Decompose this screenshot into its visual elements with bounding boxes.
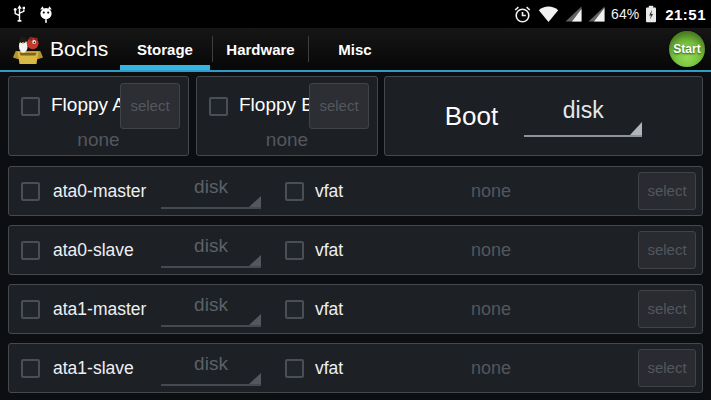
bochs-logo-icon bbox=[12, 33, 44, 65]
drive-select-button[interactable]: select bbox=[638, 172, 696, 210]
drive-enable-checkbox[interactable] bbox=[21, 182, 40, 201]
media-type-spinner[interactable]: disk bbox=[161, 353, 261, 386]
tab-bar: Storage Hardware Misc bbox=[118, 28, 401, 70]
media-type-value: disk bbox=[161, 235, 261, 257]
drive-name: ata0-slave bbox=[53, 226, 134, 274]
usb-icon bbox=[12, 5, 27, 24]
battery-charging-icon bbox=[645, 5, 657, 23]
boot-label: Boot bbox=[445, 101, 499, 132]
alarm-icon bbox=[513, 5, 532, 24]
dropdown-triangle-icon bbox=[249, 373, 261, 384]
status-bar-right: 64% 21:51 bbox=[513, 0, 706, 28]
drive-row-ata0-master: ata0-master disk vfat none select bbox=[8, 166, 703, 216]
dropdown-triangle-icon bbox=[249, 314, 261, 325]
floppy-b-panel: Floppy B select none bbox=[196, 76, 378, 156]
drive-enable-checkbox[interactable] bbox=[21, 359, 40, 378]
clock: 21:51 bbox=[663, 6, 706, 23]
vfat-label: vfat bbox=[315, 167, 343, 215]
floppy-b-select-button[interactable]: select bbox=[309, 83, 369, 129]
vfat-label: vfat bbox=[315, 344, 343, 392]
app-title: Bochs bbox=[50, 28, 108, 70]
drive-row-ata0-slave: ata0-slave disk vfat none select bbox=[8, 225, 703, 275]
tab-storage-label: Storage bbox=[137, 41, 193, 58]
spinner-underline bbox=[161, 266, 261, 268]
tab-hardware-label: Hardware bbox=[226, 41, 294, 58]
floppy-a-label: Floppy A bbox=[51, 94, 125, 116]
drive-select-button[interactable]: select bbox=[638, 349, 696, 387]
floppy-b-label: Floppy B bbox=[239, 94, 314, 116]
vfat-checkbox[interactable] bbox=[285, 300, 304, 319]
drive-image-value: none bbox=[401, 167, 581, 215]
floppy-a-panel: Floppy A select none bbox=[8, 76, 189, 156]
boot-device-spinner[interactable]: disk bbox=[524, 88, 642, 144]
signal-icon bbox=[588, 6, 605, 22]
media-type-spinner[interactable]: disk bbox=[161, 176, 261, 209]
drive-enable-checkbox[interactable] bbox=[21, 241, 40, 260]
bug-report-icon bbox=[38, 5, 54, 24]
dropdown-triangle-icon bbox=[249, 196, 261, 207]
status-bar-left bbox=[0, 5, 54, 24]
active-tab-underline bbox=[120, 65, 210, 70]
floppy-b-value: none bbox=[197, 129, 377, 151]
drive-name: ata1-slave bbox=[53, 344, 134, 392]
media-type-value: disk bbox=[161, 353, 261, 375]
floppy-a-value: none bbox=[9, 129, 188, 151]
start-button[interactable]: Start bbox=[669, 31, 705, 67]
drive-select-button[interactable]: select bbox=[638, 290, 696, 328]
spinner-underline bbox=[161, 384, 261, 386]
vfat-checkbox[interactable] bbox=[285, 241, 304, 260]
vfat-checkbox[interactable] bbox=[285, 359, 304, 378]
drive-image-value: none bbox=[401, 285, 581, 333]
drive-row-ata1-slave: ata1-slave disk vfat none select bbox=[8, 343, 703, 393]
action-bar: Bochs Storage Hardware Misc Start bbox=[0, 28, 711, 72]
tab-misc-label: Misc bbox=[338, 41, 371, 58]
tab-hardware[interactable]: Hardware bbox=[213, 28, 308, 70]
boot-panel: Boot disk bbox=[384, 76, 703, 156]
tab-storage[interactable]: Storage bbox=[118, 28, 212, 70]
battery-percent: 64% bbox=[611, 6, 639, 22]
signal-icon bbox=[565, 6, 582, 22]
floppy-a-checkbox[interactable] bbox=[21, 97, 40, 116]
drive-image-value: none bbox=[401, 226, 581, 274]
vfat-checkbox[interactable] bbox=[285, 182, 304, 201]
spinner-underline bbox=[161, 207, 261, 209]
drive-enable-checkbox[interactable] bbox=[21, 300, 40, 319]
dropdown-triangle-icon bbox=[630, 122, 642, 135]
tab-misc[interactable]: Misc bbox=[309, 28, 401, 70]
bochs-app-screen: 64% 21:51 Bochs Storage bbox=[0, 0, 711, 400]
vfat-label: vfat bbox=[315, 285, 343, 333]
media-type-value: disk bbox=[161, 176, 261, 198]
media-type-spinner[interactable]: disk bbox=[161, 235, 261, 268]
drive-row-ata1-master: ata1-master disk vfat none select bbox=[8, 284, 703, 334]
media-type-value: disk bbox=[161, 294, 261, 316]
drive-name: ata1-master bbox=[53, 285, 146, 333]
floppy-b-checkbox[interactable] bbox=[209, 97, 228, 116]
drive-select-button[interactable]: select bbox=[638, 231, 696, 269]
spinner-underline bbox=[161, 325, 261, 327]
drive-name: ata0-master bbox=[53, 167, 146, 215]
vfat-label: vfat bbox=[315, 226, 343, 274]
media-type-spinner[interactable]: disk bbox=[161, 294, 261, 327]
boot-device-value: disk bbox=[524, 97, 642, 124]
wifi-icon bbox=[538, 6, 559, 23]
floppy-a-select-button[interactable]: select bbox=[120, 83, 180, 129]
status-bar: 64% 21:51 bbox=[0, 0, 711, 28]
dropdown-triangle-icon bbox=[249, 255, 261, 266]
spinner-underline bbox=[524, 135, 642, 137]
drive-image-value: none bbox=[401, 344, 581, 392]
